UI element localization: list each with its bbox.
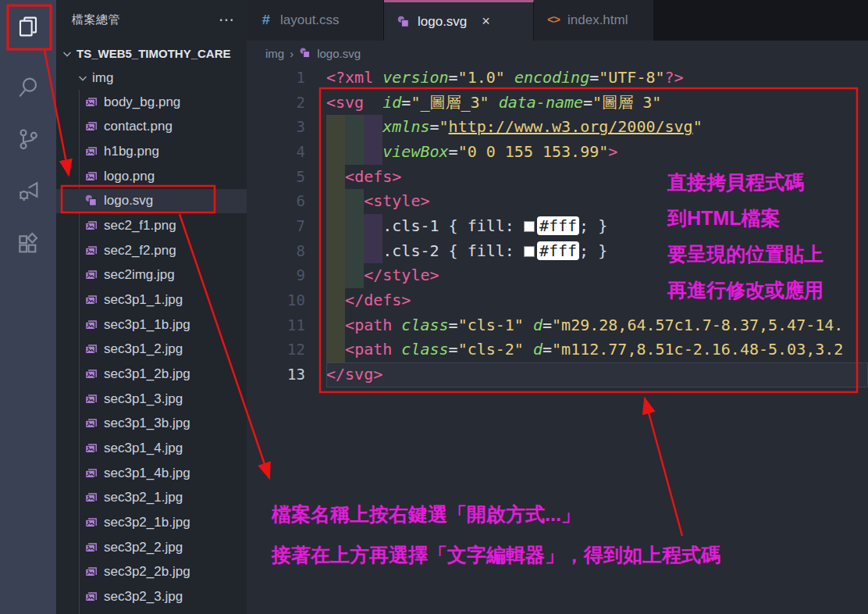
run-debug-icon[interactable] bbox=[11, 174, 45, 209]
tab-index-html[interactable]: <> index.html bbox=[534, 0, 654, 41]
code-token: ; } bbox=[579, 216, 607, 235]
code-token bbox=[505, 68, 514, 87]
code-line[interactable]: 6<style> bbox=[247, 189, 868, 214]
line-number: 11 bbox=[247, 313, 305, 338]
file-item[interactable]: sec2_f1.png bbox=[56, 213, 247, 238]
indent-guide bbox=[364, 214, 382, 239]
file-label: sec3p1_3b.jpg bbox=[104, 416, 190, 431]
code-token: viewBox bbox=[382, 142, 448, 161]
extensions-icon[interactable] bbox=[11, 227, 45, 262]
image-file-icon bbox=[84, 392, 98, 406]
code-token: version bbox=[382, 68, 448, 87]
code-line[interactable]: 9</style> bbox=[247, 263, 868, 288]
image-file-icon bbox=[84, 170, 98, 184]
breadcrumb-file[interactable]: logo.svg bbox=[317, 47, 361, 60]
file-item[interactable]: sec3p1_2.jpg bbox=[56, 337, 247, 362]
code-line[interactable]: 5<defs> bbox=[247, 165, 868, 190]
code-line[interactable]: 4viewBox="0 0 155 153.99"> bbox=[247, 140, 868, 165]
code-line[interactable]: 11<path class="cls-1" d="m29.28,64.57c1.… bbox=[247, 313, 868, 338]
code-token: ?> bbox=[665, 68, 684, 87]
code-token: </svg> bbox=[326, 365, 382, 384]
code-line[interactable]: 1<?xml version="1.0" encoding="UTF-8"?> bbox=[247, 66, 868, 91]
code-editor[interactable]: 1<?xml version="1.0" encoding="UTF-8"?>2… bbox=[247, 66, 868, 614]
file-item[interactable]: contact.png bbox=[56, 115, 247, 140]
indent-guide bbox=[326, 288, 345, 313]
file-item[interactable]: sec3p1_1.jpg bbox=[56, 287, 247, 312]
file-item[interactable]: sec2_f2.png bbox=[56, 238, 247, 263]
file-item[interactable]: h1bg.png bbox=[56, 139, 247, 164]
file-item[interactable]: sec2img.jpg bbox=[56, 263, 247, 288]
line-number: 4 bbox=[247, 140, 305, 165]
search-icon[interactable] bbox=[11, 70, 45, 105]
code-token: <path bbox=[345, 316, 392, 334]
code-line[interactable]: 7.cls-1 { fill: #fff; } bbox=[247, 214, 868, 239]
editor-group: # layout.css logo.svg × <> index.html im… bbox=[247, 0, 868, 614]
indent-guide bbox=[345, 140, 364, 165]
code-line-content: <svg id="_圖層_3" data-name="圖層 3" bbox=[326, 91, 868, 116]
file-item[interactable]: sec3p1_4.jpg bbox=[56, 436, 247, 461]
file-label: contact.png bbox=[104, 119, 173, 134]
code-line[interactable]: 13</svg> bbox=[247, 362, 868, 387]
more-actions-icon[interactable]: ⋯ bbox=[219, 10, 236, 29]
breadcrumb-folder[interactable]: img bbox=[265, 47, 284, 60]
code-token: "圖層 3" bbox=[592, 93, 661, 112]
file-item[interactable]: sec3p1_2b.jpg bbox=[56, 362, 247, 387]
folder-label: img bbox=[92, 70, 113, 86]
code-token: "cls-1" bbox=[458, 316, 524, 334]
code-token: = bbox=[449, 340, 458, 359]
explorer-icon[interactable] bbox=[11, 9, 45, 44]
image-file-icon bbox=[84, 416, 98, 430]
image-file-icon bbox=[84, 516, 98, 530]
file-item[interactable]: sec3p2_3.jpg bbox=[56, 584, 247, 609]
image-file-icon bbox=[84, 466, 98, 480]
tab-layout-css[interactable]: # layout.css bbox=[247, 0, 384, 41]
code-line[interactable]: 10</defs> bbox=[247, 288, 868, 313]
code-line[interactable]: 12<path class="cls-2" d="m112.77,8.51c-2… bbox=[247, 337, 868, 362]
close-icon[interactable]: × bbox=[482, 13, 490, 30]
code-line[interactable]: 8.cls-2 { fill: #fff; } bbox=[247, 239, 868, 264]
breadcrumb-separator-icon: › bbox=[290, 47, 293, 60]
image-file-icon bbox=[84, 441, 98, 455]
code-token bbox=[373, 68, 382, 87]
tree-folder-img[interactable]: img bbox=[56, 66, 247, 90]
file-label: sec3p2_3.jpg bbox=[104, 589, 183, 605]
file-item[interactable]: body_bg.png bbox=[56, 90, 247, 115]
file-label: h1bg.png bbox=[104, 144, 159, 159]
tab-bar-empty-space bbox=[654, 0, 868, 41]
code-line[interactable]: 3xmlns="http://www.w3.org/2000/svg" bbox=[247, 115, 868, 140]
file-label: sec3p1_3.jpg bbox=[104, 391, 183, 407]
code-token bbox=[524, 316, 533, 334]
file-label: sec3p1_1.jpg bbox=[104, 292, 183, 308]
line-number: 9 bbox=[247, 263, 305, 288]
file-label: sec3p1_1b.jpg bbox=[104, 317, 190, 333]
file-item[interactable]: logo.png bbox=[56, 164, 247, 189]
image-file-icon bbox=[84, 342, 98, 356]
tab-logo-svg[interactable]: logo.svg × bbox=[384, 0, 534, 41]
file-item[interactable]: sec3p2_1b.jpg bbox=[56, 510, 247, 535]
code-line-content: <path class="cls-2" d="m112.77,8.51c-2.1… bbox=[326, 337, 868, 362]
tree-root-folder[interactable]: TS_WEB5_TIMOTHY_CARE bbox=[56, 41, 247, 66]
line-number: 5 bbox=[247, 165, 305, 190]
image-file-icon bbox=[84, 244, 98, 258]
image-file-icon bbox=[84, 590, 98, 604]
file-item[interactable]: sec3p2_2b.jpg bbox=[56, 559, 247, 584]
css-file-icon: # bbox=[259, 13, 273, 27]
code-line-content: xmlns="http://www.w3.org/2000/svg" bbox=[326, 115, 868, 140]
indent-guide bbox=[326, 115, 345, 140]
file-item[interactable]: sec3p1_3.jpg bbox=[56, 387, 247, 412]
file-item[interactable]: sec3p1_4b.jpg bbox=[56, 461, 247, 486]
file-item[interactable]: sec3p2_2.jpg bbox=[56, 535, 247, 560]
code-token bbox=[392, 340, 401, 359]
code-line[interactable]: 2<svg id="_圖層_3" data-name="圖層 3" bbox=[247, 91, 868, 116]
code-token bbox=[524, 340, 533, 359]
color-swatch-icon bbox=[524, 221, 535, 232]
file-item[interactable]: logo.svg bbox=[56, 189, 247, 214]
root-folder-label: TS_WEB5_TIMOTHY_CARE bbox=[76, 47, 231, 60]
file-item[interactable]: sec3p1_1b.jpg bbox=[56, 312, 247, 337]
source-control-icon[interactable] bbox=[11, 122, 45, 156]
file-item[interactable]: sec3p1_3b.jpg bbox=[56, 412, 247, 437]
code-token: encoding bbox=[514, 68, 589, 87]
file-item[interactable]: sec3p2_1.jpg bbox=[56, 486, 247, 511]
code-token: "1.0" bbox=[458, 68, 505, 87]
code-line-content: <?xml version="1.0" encoding="UTF-8"?> bbox=[326, 66, 868, 91]
